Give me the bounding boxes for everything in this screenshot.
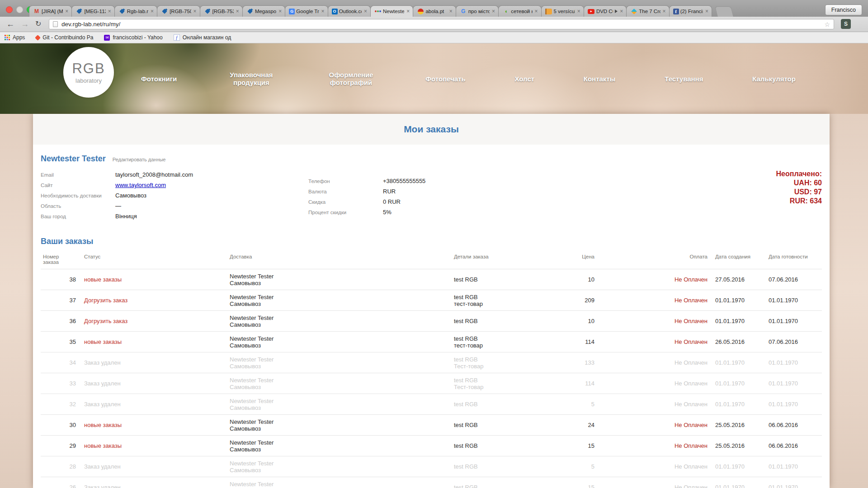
tab-versiculos[interactable]: 5 versículo × bbox=[541, 5, 584, 17]
nav-item-fotopechat[interactable]: Фотопечать bbox=[425, 75, 466, 83]
tab-newtester-active[interactable]: Newtester × bbox=[370, 5, 413, 17]
facebook-icon: f bbox=[673, 9, 679, 14]
close-icon[interactable]: × bbox=[704, 9, 709, 14]
order-status-link[interactable]: новые заказы bbox=[84, 442, 122, 449]
order-status-link[interactable]: Догрузить заказ bbox=[84, 297, 127, 304]
close-icon[interactable]: × bbox=[150, 9, 155, 14]
discount-percent-value: 5% bbox=[383, 209, 392, 216]
tab-abola[interactable]: abola.pt × bbox=[413, 5, 456, 17]
payment-status: Не Оплачен bbox=[675, 276, 708, 283]
order-row-deleted: 33 Заказ удален Newtester TesterСамовыво… bbox=[41, 373, 822, 394]
tab-google-translate[interactable]: G Google Tra × bbox=[285, 5, 328, 17]
forward-button[interactable]: → bbox=[21, 19, 29, 29]
green-crescent-icon: ◖ bbox=[502, 8, 509, 14]
order-status-link[interactable]: новые заказы bbox=[84, 338, 122, 345]
tab-7cros[interactable]: The 7 Cros × bbox=[626, 5, 669, 17]
reload-button[interactable]: ↻ bbox=[35, 19, 41, 29]
close-icon[interactable]: × bbox=[619, 9, 624, 14]
nav-item-holst[interactable]: Холст bbox=[514, 75, 534, 83]
bookmarks-bar: Apps Git - Contribuindo Pa ✉ franciscobi… bbox=[0, 32, 868, 43]
payment-status: Не Оплачен bbox=[675, 442, 708, 449]
rgb-laboratory-logo[interactable]: RGB laboratory bbox=[63, 47, 114, 98]
order-row: 30 новые заказы Newtester TesterСамовыво… bbox=[41, 414, 822, 435]
delivery-value: Самовывоз bbox=[115, 192, 146, 199]
close-icon[interactable]: × bbox=[406, 9, 410, 14]
tab-google-search[interactable]: G про містоб × bbox=[456, 5, 499, 17]
tab-meg-113[interactable]: [MEG-113 × bbox=[71, 5, 114, 17]
back-button[interactable]: ← bbox=[6, 19, 14, 29]
jira-icon bbox=[161, 8, 168, 14]
close-icon[interactable]: × bbox=[363, 9, 368, 14]
order-status-link[interactable]: Догрузить заказ bbox=[84, 318, 127, 324]
bookmark-git[interactable]: Git - Contribuindo Pa bbox=[36, 34, 93, 41]
tab-rgb-lab[interactable]: Rgb-lab.ne × bbox=[114, 5, 157, 17]
order-row-deleted: 32 Заказ удален Newtester TesterСамовыво… bbox=[41, 394, 822, 414]
order-status-text: Заказ удален bbox=[84, 359, 121, 366]
tab-bar: M [JIRA] (ME × [MEG-113 × Rgb-lab.ne × [… bbox=[29, 5, 712, 17]
edit-profile-link[interactable]: Редактировать данные bbox=[113, 157, 166, 162]
close-icon[interactable]: × bbox=[576, 9, 581, 14]
nav-item-kontakty[interactable]: Контакты bbox=[584, 75, 616, 83]
nav-item-oformlenie[interactable]: Оформление фотографий bbox=[326, 71, 377, 86]
close-window-button[interactable] bbox=[6, 6, 13, 13]
close-icon[interactable]: × bbox=[235, 9, 240, 14]
close-icon[interactable]: × bbox=[534, 9, 539, 14]
abola-ball-icon bbox=[417, 8, 424, 14]
close-icon[interactable]: × bbox=[662, 9, 667, 14]
mail-icon: ✉ bbox=[104, 35, 110, 41]
currency-value: RUR bbox=[383, 188, 396, 195]
close-icon[interactable]: × bbox=[278, 9, 283, 14]
nav-item-kalkulyator[interactable]: Калькулятор bbox=[752, 75, 796, 83]
new-tab-button[interactable] bbox=[715, 6, 734, 17]
tab-outlook[interactable]: O Outlook.co × bbox=[328, 5, 371, 17]
order-status-link[interactable]: новые заказы bbox=[84, 276, 122, 283]
close-icon[interactable]: × bbox=[64, 9, 69, 14]
tab-megasport[interactable]: Megasport × bbox=[242, 5, 285, 17]
url-text[interactable]: dev.rgb-lab.net/ru/my/ bbox=[61, 21, 824, 28]
tab-youtube-dvd[interactable]: ▸ DVD CC × bbox=[584, 5, 627, 17]
jira-icon bbox=[118, 8, 126, 14]
close-icon[interactable]: × bbox=[321, 9, 326, 14]
order-status-link[interactable]: новые заказы bbox=[84, 422, 122, 428]
order-row: 36 Догрузить заказ Newtester TesterСамов… bbox=[41, 310, 822, 331]
orders-section: Ваши заказы Номер заказа Статус Доставка… bbox=[41, 237, 822, 488]
apps-grid-icon bbox=[5, 35, 10, 40]
tab-rgb-750[interactable]: [RGB-750] × bbox=[157, 5, 200, 17]
unpaid-summary: Неоплачено: UAH: 60 USD: 97 RUR: 634 bbox=[776, 169, 822, 206]
payment-status: Не Оплачен bbox=[675, 422, 708, 428]
google-translate-icon: G bbox=[289, 9, 295, 14]
order-status-text: Заказ удален bbox=[84, 401, 121, 408]
bookmark-online-shop[interactable]: f Онлайн магазин од bbox=[174, 34, 231, 41]
address-bar[interactable]: dev.rgb-lab.net/ru/my/ ☆ bbox=[49, 19, 834, 29]
extension-icon[interactable]: S bbox=[841, 19, 851, 29]
payment-status: Не Оплачен bbox=[675, 401, 708, 408]
nav-item-upakovka[interactable]: Упаковочная продукция bbox=[226, 71, 277, 86]
bookmark-yahoo-mail[interactable]: ✉ franciscobizi - Yahoo bbox=[104, 34, 162, 41]
tab-rgb-753[interactable]: [RGB-753] × bbox=[200, 5, 243, 17]
minimize-window-button[interactable] bbox=[16, 6, 23, 13]
nav-item-fotoknigi[interactable]: Фотокниги bbox=[141, 75, 177, 83]
close-icon[interactable]: × bbox=[448, 9, 453, 14]
bookmark-star-icon[interactable]: ☆ bbox=[824, 21, 830, 28]
order-row: 37 Догрузить заказ Newtester TesterСамов… bbox=[41, 290, 822, 310]
order-row: 35 новые заказы Newtester TesterСамовыво… bbox=[41, 331, 822, 352]
tab-facebook[interactable]: f (2) Francis × bbox=[669, 5, 712, 17]
orders-table-header: Номер заказа Статус Доставка Детали зака… bbox=[41, 254, 822, 269]
payment-status: Не Оплачен bbox=[675, 297, 708, 304]
jira-icon bbox=[246, 8, 254, 14]
order-row: 29 новые заказы Newtester TesterСамовыво… bbox=[41, 435, 822, 456]
tab-jira-mail[interactable]: M [JIRA] (ME × bbox=[29, 5, 72, 17]
page-title: Мои заказы bbox=[33, 114, 830, 145]
close-icon[interactable]: × bbox=[491, 9, 496, 14]
tab-setevoy[interactable]: ◖ сетевой на × bbox=[498, 5, 541, 17]
payment-status: Не Оплачен bbox=[675, 484, 708, 488]
website-link[interactable]: www.taylorsoft.com bbox=[115, 182, 166, 188]
browser-profile-button[interactable]: Francisco bbox=[825, 5, 862, 15]
nav-item-testuvannya[interactable]: Тестування bbox=[665, 75, 703, 83]
close-icon[interactable]: × bbox=[193, 9, 198, 14]
rgb-dots-icon bbox=[374, 8, 382, 14]
city-value: Вінниця bbox=[115, 213, 137, 220]
region-value: — bbox=[115, 202, 121, 209]
bookmark-apps[interactable]: Apps bbox=[5, 34, 25, 41]
close-icon[interactable]: × bbox=[107, 9, 112, 14]
